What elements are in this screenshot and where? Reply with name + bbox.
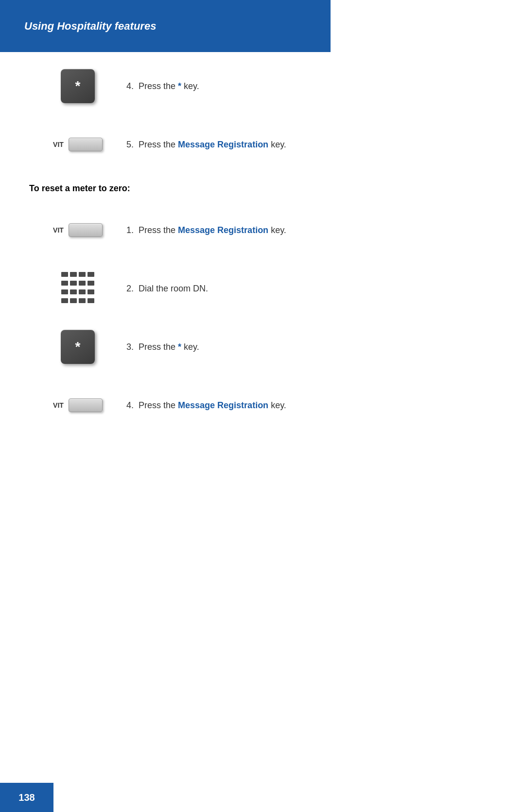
keypad-dot [61, 298, 68, 303]
icon-area-vit1: VIT [29, 138, 126, 151]
header-title: Using Hospitality features [24, 20, 156, 33]
header-bar: Using Hospitality features [0, 0, 331, 52]
keypad-dot [88, 272, 94, 277]
vit-key-3: VIT [53, 398, 103, 412]
reset-step-row-4-msg: VIT 4. Press the Message Registration ke… [29, 386, 496, 425]
reset-step-row-1-msg: VIT 1. Press the Message Registration ke… [29, 211, 496, 250]
soft-key-3 [69, 398, 103, 412]
star-key-icon: * [61, 69, 95, 103]
keypad-dot [88, 281, 94, 286]
vit-label-1: VIT [53, 141, 64, 148]
keypad-dot [70, 298, 77, 303]
star-key-label: * [75, 78, 81, 94]
star-key-label-2: * [75, 339, 81, 355]
star-link-2: * [178, 342, 181, 352]
icon-area-star2: * [29, 330, 126, 364]
instruction-text-reset-2: 2. Dial the room DN. [126, 282, 496, 295]
keypad-dot [79, 289, 86, 294]
star-link-1: * [178, 81, 181, 91]
icon-area-vit2: VIT [29, 223, 126, 237]
main-content: * 4. Press the * key. VIT 5. Press the M… [0, 52, 525, 473]
icon-area-vit3: VIT [29, 398, 126, 412]
instruction-text-5-msg: 5. Press the Message Registration key. [126, 138, 496, 151]
icon-area-star1: * [29, 69, 126, 103]
instruction-text-4-star: 4. Press the * key. [126, 80, 496, 93]
keypad-dot [79, 272, 86, 277]
keypad-dot [79, 281, 86, 286]
vit-label-3: VIT [53, 401, 64, 409]
reset-step-row-2-dial: 2. Dial the room DN. [29, 269, 496, 308]
soft-key-1 [69, 138, 103, 151]
keypad-icon [61, 272, 94, 305]
section-heading-reset: To reset a meter to zero: [29, 183, 496, 194]
msg-reg-link-3: Message Registration [178, 400, 268, 410]
instruction-text-reset-4: 4. Press the Message Registration key. [126, 399, 496, 412]
keypad-dot [61, 281, 68, 286]
star-key-icon-2: * [61, 330, 95, 364]
keypad-dot [61, 272, 68, 277]
keypad-dot [70, 272, 77, 277]
keypad-dot [79, 298, 86, 303]
keypad-dot [61, 289, 68, 294]
step-row-4-star: * 4. Press the * key. [29, 67, 496, 106]
instruction-text-reset-3: 3. Press the * key. [126, 341, 496, 354]
soft-key-2 [69, 223, 103, 237]
keypad-dot [70, 289, 77, 294]
msg-reg-link-1: Message Registration [178, 140, 268, 149]
vit-label-2: VIT [53, 226, 64, 234]
page-number: 138 [18, 792, 35, 803]
page-number-box: 138 [0, 783, 53, 812]
vit-key-1: VIT [53, 138, 103, 151]
step-row-5-msg: VIT 5. Press the Message Registration ke… [29, 125, 496, 164]
icon-area-keypad [29, 272, 126, 305]
vit-key-2: VIT [53, 223, 103, 237]
keypad-dot [88, 289, 94, 294]
keypad-dot [88, 298, 94, 303]
reset-step-row-3-star: * 3. Press the * key. [29, 327, 496, 366]
msg-reg-link-2: Message Registration [178, 225, 268, 235]
keypad-dot [70, 281, 77, 286]
instruction-text-reset-1: 1. Press the Message Registration key. [126, 224, 496, 237]
